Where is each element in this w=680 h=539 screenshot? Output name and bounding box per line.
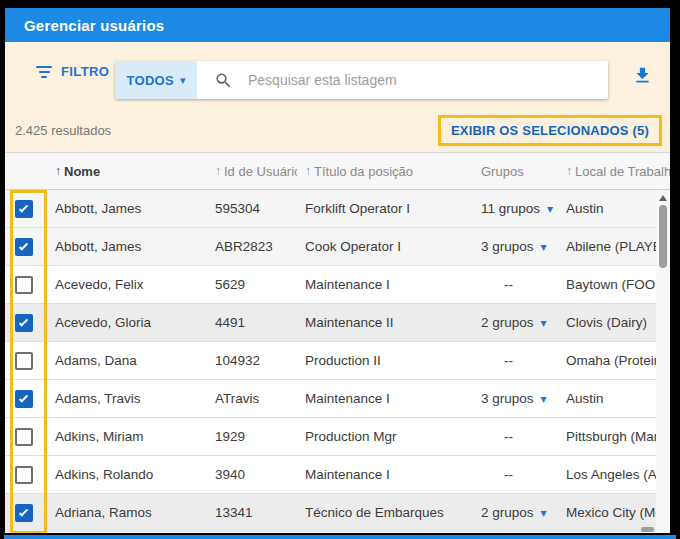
cell-position-title: Cook Operator I [297, 239, 473, 254]
chevron-down-icon: ▾ [541, 317, 547, 329]
table-body: Abbott, James 595304 Forklift Operator I… [5, 190, 670, 532]
download-icon [632, 65, 653, 90]
vertical-scrollbar-thumb[interactable] [659, 205, 667, 268]
checkmark-icon [19, 317, 28, 326]
search-input[interactable] [248, 72, 608, 88]
row-checkbox[interactable] [15, 428, 33, 446]
show-selected-button[interactable]: EXIBIR OS SELECIONADOS (5) [438, 115, 662, 146]
table-row[interactable]: Adriana, Ramos 13341 Técnico de Embarque… [5, 494, 670, 532]
row-checkbox[interactable] [15, 466, 33, 484]
cell-name: Adkins, Rolando [47, 467, 207, 482]
cell-user-id: 3940 [207, 467, 297, 482]
results-count: 2.425 resultados [15, 123, 111, 138]
cell-position-title: Forklift Operator I [297, 201, 473, 216]
cell-location: Austin [558, 391, 670, 406]
download-button[interactable] [632, 65, 653, 90]
cell-name: Acevedo, Gloria [47, 315, 207, 330]
cell-groups-dropdown: --▾ [473, 467, 558, 482]
vertical-scrollbar[interactable] [656, 190, 670, 533]
cell-location: Austin [558, 201, 670, 216]
row-checkbox-cell [5, 428, 47, 446]
row-checkbox[interactable] [15, 238, 33, 256]
table-row[interactable]: Adkins, Miriam 1929 Production Mgr --▾ P… [5, 418, 670, 456]
column-header-user-id[interactable]: ↑ Id de Usuário [207, 164, 297, 179]
row-checkbox-cell [5, 200, 47, 218]
cell-location: Mexico City (Mexi [558, 505, 670, 520]
filter-button[interactable]: FILTRO [35, 64, 109, 79]
checkmark-icon [19, 203, 28, 212]
table-row[interactable]: Acevedo, Gloria 4491 Maintenance II 2 gr… [5, 304, 670, 342]
cell-position-title: Técnico de Embarques [297, 505, 473, 520]
column-header-name[interactable]: ↑ Nome [47, 164, 207, 179]
row-checkbox[interactable] [15, 390, 33, 408]
chevron-down-icon: ▾ [541, 393, 547, 405]
row-checkbox-cell [5, 466, 47, 484]
row-checkbox-cell [5, 314, 47, 332]
cell-groups-dropdown: --▾ [473, 277, 558, 292]
chevron-down-icon: ▾ [547, 203, 553, 215]
table-row[interactable]: Adkins, Rolando 3940 Maintenance I --▾ L… [5, 456, 670, 494]
column-header-position-title[interactable]: ↑ Título da posição [297, 164, 473, 179]
table-row[interactable]: Abbott, James 595304 Forklift Operator I… [5, 190, 670, 228]
row-checkbox-cell [5, 352, 47, 370]
filter-button-label: FILTRO [61, 64, 109, 79]
sort-up-icon: ↑ [215, 164, 221, 178]
search-bar: TODOS ▾ [115, 61, 608, 99]
chevron-down-icon: ▾ [541, 507, 547, 519]
cell-name: Abbott, James [47, 201, 207, 216]
horizontal-scrollbar-thumb[interactable] [641, 527, 654, 532]
results-bar: 2.425 resultados EXIBIR OS SELECIONADOS … [5, 108, 670, 152]
cell-name: Adams, Travis [47, 391, 207, 406]
table-row[interactable]: Adams, Travis ATravis Maintenance I 3 gr… [5, 380, 670, 418]
cell-user-id: 5629 [207, 277, 297, 292]
scope-dropdown[interactable]: TODOS ▾ [115, 61, 197, 99]
toolbar: FILTRO TODOS ▾ [5, 42, 670, 108]
table-row[interactable]: Adams, Dana 104932 Production II --▾ Oma… [5, 342, 670, 380]
cell-user-id: 4491 [207, 315, 297, 330]
table-header: ↑ Nome ↑ Id de Usuário ↑ Título da posiç… [5, 152, 670, 190]
cell-name: Abbott, James [47, 239, 207, 254]
cell-location: Pittsburgh (Manuf [558, 429, 670, 444]
column-header-location[interactable]: ↑ Local de Trabalho [558, 164, 670, 179]
cell-name: Adkins, Miriam [47, 429, 207, 444]
sort-up-icon: ↑ [55, 164, 61, 178]
cell-groups-dropdown[interactable]: 2 grupos▾ [473, 315, 558, 330]
cell-groups-dropdown[interactable]: 2 grupos▾ [473, 505, 558, 520]
page-title: Gerenciar usuários [24, 17, 164, 34]
cell-groups-dropdown[interactable]: 11 grupos▾ [473, 201, 558, 216]
row-checkbox[interactable] [15, 504, 33, 522]
cell-location: Baytown (FOODCS [558, 277, 670, 292]
table-row[interactable]: Acevedo, Felix 5629 Maintenance I --▾ Ba… [5, 266, 670, 304]
column-header-groups[interactable]: Grupos [473, 164, 558, 179]
cell-user-id: 1929 [207, 429, 297, 444]
cell-position-title: Maintenance I [297, 467, 473, 482]
cell-name: Adams, Dana [47, 353, 207, 368]
search-icon [214, 71, 233, 90]
manage-users-window: Gerenciar usuários FILTRO TODOS ▾ 2.425 … [5, 8, 670, 533]
row-checkbox-cell [5, 276, 47, 294]
cell-location: Omaha (Protein) [558, 353, 670, 368]
scroll-up-arrow-icon[interactable] [659, 195, 667, 201]
row-checkbox[interactable] [15, 314, 33, 332]
cell-groups-dropdown: --▾ [473, 429, 558, 444]
row-checkbox[interactable] [15, 200, 33, 218]
row-checkbox[interactable] [15, 276, 33, 294]
filter-lines-icon [35, 66, 53, 78]
cell-groups-dropdown[interactable]: 3 grupos▾ [473, 239, 558, 254]
row-checkbox-cell [5, 390, 47, 408]
row-checkbox-cell [5, 238, 47, 256]
cell-user-id: 595304 [207, 201, 297, 216]
checkmark-icon [19, 393, 28, 402]
show-selected-label: EXIBIR OS SELECIONADOS (5) [451, 123, 649, 138]
row-checkbox[interactable] [15, 352, 33, 370]
cell-location: Los Angeles (ALL [558, 467, 670, 482]
cell-name: Adriana, Ramos [47, 505, 207, 520]
cell-position-title: Production Mgr [297, 429, 473, 444]
table-row[interactable]: Abbott, James ABR2823 Cook Operator I 3 … [5, 228, 670, 266]
cell-location: Clovis (Dairy) [558, 315, 670, 330]
checkmark-icon [19, 241, 28, 250]
cell-name: Acevedo, Felix [47, 277, 207, 292]
cell-groups-dropdown[interactable]: 3 grupos▾ [473, 391, 558, 406]
cell-position-title: Production II [297, 353, 473, 368]
cell-position-title: Maintenance I [297, 277, 473, 292]
